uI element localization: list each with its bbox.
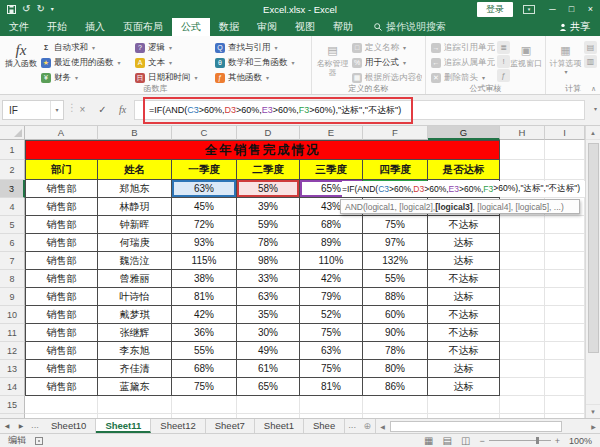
cell-B14[interactable]: 蓝黛东 xyxy=(98,378,172,396)
cell-E2[interactable]: 三季度 xyxy=(300,160,363,180)
sheet-tab-Sheet7[interactable]: Sheet7 xyxy=(206,419,255,433)
cell-A10[interactable]: 销售部 xyxy=(25,306,98,324)
ribbon-btn-fl-6[interactable]: Q查找与引用▾ xyxy=(213,40,307,55)
collapse-ribbon-icon[interactable]: ∧ xyxy=(591,85,596,93)
tab-review[interactable]: 审阅 xyxy=(248,18,286,36)
row-header-14[interactable]: 14 xyxy=(0,378,25,396)
cell-E10[interactable]: 52% xyxy=(300,306,363,324)
tab-home[interactable]: 开始 xyxy=(38,18,76,36)
cell-G14[interactable]: 达标 xyxy=(428,378,500,396)
cell-C14[interactable]: 75% xyxy=(172,378,237,396)
calculate-now-icon[interactable]: ▤ xyxy=(584,41,597,54)
ribbon-btn-fa-0[interactable]: →追踪引用单元格 xyxy=(429,40,495,55)
cell-G12[interactable]: 不达标 xyxy=(428,342,500,360)
cell-E15[interactable] xyxy=(300,396,363,414)
cell-C3[interactable]: 63% xyxy=(172,180,237,198)
cell-D9[interactable]: 63% xyxy=(237,288,300,306)
cell-A12[interactable]: 销售部 xyxy=(25,342,98,360)
cell-D11[interactable]: 30% xyxy=(237,324,300,342)
cell-D13[interactable]: 61% xyxy=(237,360,300,378)
cell-D7[interactable]: 98% xyxy=(237,252,300,270)
cancel-button[interactable]: × xyxy=(74,100,91,120)
row-header-4[interactable]: 4 xyxy=(0,198,25,216)
sheet-nav-left-icon[interactable]: ◀ xyxy=(0,419,14,433)
evaluate-formula-icon[interactable]: ƒ xyxy=(497,69,510,82)
cell-C7[interactable]: 115% xyxy=(172,252,237,270)
cell-G9[interactable]: 达标 xyxy=(428,288,500,306)
row-header-1[interactable]: 1 xyxy=(0,140,25,160)
cell-A6[interactable]: 销售部 xyxy=(25,234,98,252)
cell-F13[interactable]: 80% xyxy=(363,360,428,378)
cell-C9[interactable]: 81% xyxy=(172,288,237,306)
name-box[interactable]: IF ▾ xyxy=(2,100,64,120)
row-header-6[interactable]: 6 xyxy=(0,234,25,252)
row-header-2[interactable]: 2 xyxy=(0,160,25,180)
cell-E13[interactable]: 75% xyxy=(300,360,363,378)
calculation-options-button[interactable]: ▦ 计算选项 ▾ xyxy=(549,38,582,77)
cell-I14[interactable] xyxy=(545,378,585,396)
cell-A2[interactable]: 部门 xyxy=(25,160,98,180)
sheet-tab-Shee[interactable]: Shee xyxy=(304,419,345,433)
name-manager-button[interactable]: ▤ 名称管理器 xyxy=(315,38,350,77)
cell-E11[interactable]: 75% xyxy=(300,324,363,342)
enter-button[interactable]: ✓ xyxy=(94,100,111,120)
scroll-down-icon[interactable]: ▼ xyxy=(586,404,600,418)
ribbon-display-options-icon[interactable]: ▾ xyxy=(523,5,535,14)
cell-C4[interactable]: 45% xyxy=(172,198,237,216)
save-icon[interactable] xyxy=(7,5,16,14)
cell-G11[interactable]: 不达标 xyxy=(428,324,500,342)
cell-A13[interactable]: 销售部 xyxy=(25,360,98,378)
cell-B15[interactable] xyxy=(98,396,172,414)
macro-record-icon[interactable] xyxy=(35,437,43,445)
cell-C13[interactable]: 68% xyxy=(172,360,237,378)
row-header-12[interactable]: 12 xyxy=(0,342,25,360)
cell-D8[interactable]: 33% xyxy=(237,270,300,288)
cell-I9[interactable] xyxy=(545,288,585,306)
tab-page-layout[interactable]: 页面布局 xyxy=(114,18,172,36)
cell-C8[interactable]: 38% xyxy=(172,270,237,288)
cell-A8[interactable]: 销售部 xyxy=(25,270,98,288)
cell-B10[interactable]: 戴梦琪 xyxy=(98,306,172,324)
col-header-D[interactable]: D xyxy=(237,126,300,140)
row-header-3[interactable]: 3 xyxy=(0,180,25,198)
sheet-tab-Sheet11[interactable]: Sheet11 xyxy=(96,419,151,433)
ribbon-btn-fa-1[interactable]: ←追踪从属单元格 xyxy=(429,55,495,70)
normal-view-icon[interactable]: ▦ xyxy=(424,434,433,447)
col-header-H[interactable]: H xyxy=(500,126,545,140)
formula-input[interactable]: =IF(AND(C3>60%,D3>60%,E3>60%,F3>60%),"达标… xyxy=(134,100,585,120)
cell-F2[interactable]: 四季度 xyxy=(363,160,428,180)
sheet-tab-Sheet12[interactable]: Sheet12 xyxy=(151,419,205,433)
col-header-C[interactable]: C xyxy=(172,126,237,140)
cell-C2[interactable]: 一季度 xyxy=(172,160,237,180)
insert-function-button[interactable]: fx 插入函数 xyxy=(3,38,39,68)
cell-C5[interactable]: 72% xyxy=(172,216,237,234)
ribbon-btn-fl-4[interactable]: A文本▾ xyxy=(133,55,213,70)
cell-A5[interactable]: 销售部 xyxy=(25,216,98,234)
cell-B7[interactable]: 魏浩泣 xyxy=(98,252,172,270)
cell-B12[interactable]: 李东旭 xyxy=(98,342,172,360)
cell-G2[interactable]: 是否达标 xyxy=(428,160,500,180)
cell-E9[interactable]: 79% xyxy=(300,288,363,306)
cell-H6[interactable] xyxy=(500,234,545,252)
cell-I11[interactable] xyxy=(545,324,585,342)
share-button[interactable]: 共享 xyxy=(559,18,600,36)
cell-I10[interactable] xyxy=(545,306,585,324)
row-header-11[interactable]: 11 xyxy=(0,324,25,342)
horizontal-scrollbar[interactable]: ◀ ▶ xyxy=(375,419,600,433)
cell-G6[interactable]: 达标 xyxy=(428,234,500,252)
row-header-8[interactable]: 8 xyxy=(0,270,25,288)
cell-F12[interactable]: 78% xyxy=(363,342,428,360)
cell-D15[interactable] xyxy=(237,396,300,414)
cell-B9[interactable]: 叶诗怡 xyxy=(98,288,172,306)
zoom-out-icon[interactable]: − xyxy=(479,436,484,446)
cell-A3[interactable]: 销售部 xyxy=(25,180,98,198)
cell-H1[interactable] xyxy=(500,140,545,160)
show-formulas-icon[interactable]: ≣ xyxy=(497,41,510,54)
cell-H11[interactable] xyxy=(500,324,545,342)
cell-H14[interactable] xyxy=(500,378,545,396)
cell-B6[interactable]: 何瑞庚 xyxy=(98,234,172,252)
col-header-G[interactable]: G xyxy=(428,126,500,140)
cell-F8[interactable]: 55% xyxy=(363,270,428,288)
cell-I6[interactable] xyxy=(545,234,585,252)
tab-view[interactable]: 视图 xyxy=(286,18,324,36)
